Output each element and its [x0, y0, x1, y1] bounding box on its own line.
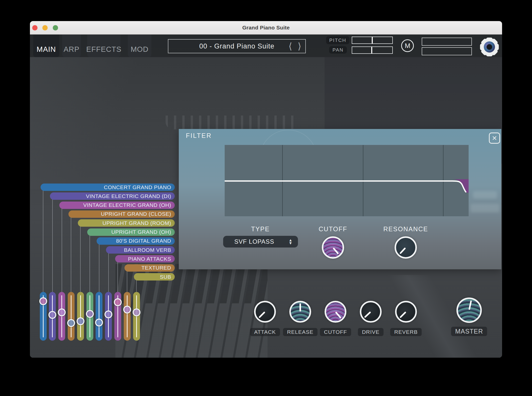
cutoff-label: CUTOFF [319, 225, 347, 233]
layer-pill-ballroom-verb[interactable]: BALLROOM VERB [106, 246, 175, 254]
layer-volume-slider-upright-grand-close-[interactable] [68, 292, 75, 341]
layer-slider-thumb-upright-grand-room-[interactable] [77, 317, 84, 325]
background-highlight [360, 275, 502, 358]
layer-pill-80-s-digital-grand[interactable]: 80'S DIGITAL GRAND [97, 237, 175, 245]
layer-slider-thumb-vintage-electric-grand-di-[interactable] [48, 311, 56, 319]
filter-curve[interactable] [225, 181, 466, 192]
knob-pointer [259, 311, 265, 318]
plugin-window: Grand Piano Suite MAINARPEFFECTSMOD 00 -… [30, 21, 502, 358]
attack-knob[interactable] [254, 301, 276, 323]
layer-slider-thumb-vintage-electric-grand-oh-[interactable] [58, 308, 66, 316]
layer-pill-textured[interactable]: TEXTURED [125, 264, 175, 272]
layer-pill-vintage-electric-grand-oh-[interactable]: VINTAGE ELECTRIC GRAND (OH) [59, 202, 175, 209]
reverb-knob[interactable] [395, 301, 417, 323]
titlebar[interactable]: Grand Piano Suite [30, 21, 502, 35]
layer-pill-upright-grand-room-[interactable]: UPRIGHT GRAND (ROOM) [78, 219, 175, 227]
layer-connector-line [127, 271, 127, 292]
layer-volume-slider-upright-grand-room-[interactable] [77, 292, 84, 341]
reverb-knob-label: REVERB [390, 328, 422, 336]
knob-pointer [335, 311, 342, 319]
layer-connector-line [99, 244, 99, 292]
slider-rail [127, 295, 128, 337]
settings-gear-icon[interactable] [480, 38, 499, 56]
tab-main[interactable]: MAIN [33, 34, 59, 57]
filter-panel: FILTER ✕ TYPE CUTOFF RESONANCE SVF LOPAS… [179, 129, 501, 269]
attack-knob-label: ATTACK [250, 328, 280, 336]
layer-pill-upright-grand-oh-[interactable]: UPRIGHT GRAND (OH) [87, 228, 175, 236]
cutoff-knob[interactable] [325, 301, 346, 323]
layer-connector-line [90, 235, 90, 292]
slider-rail [71, 295, 72, 337]
drive-knob[interactable] [360, 301, 382, 323]
filter-response-graph[interactable] [225, 145, 469, 216]
midi-button[interactable]: M [401, 39, 414, 52]
pitch-slider-handle[interactable] [372, 37, 373, 43]
piano-hammers-background [166, 116, 299, 129]
slider-rail [80, 295, 81, 337]
layer-slider-thumb-piano-attacks[interactable] [114, 298, 122, 306]
layer-connector-line [62, 208, 62, 292]
drive-knob-label: DRIVE [358, 328, 383, 336]
piano-lid-background [30, 57, 172, 189]
tab-mod[interactable]: MOD [128, 34, 151, 57]
pan-slider-handle[interactable] [371, 47, 372, 53]
dropdown-arrows-icon[interactable]: ▲▼ [289, 239, 292, 245]
preset-prev-icon[interactable]: ⟨ [289, 40, 292, 53]
filter-type-dropdown[interactable]: SVF LOPASS ▲▼ [223, 236, 298, 248]
knob-pointer [364, 311, 371, 318]
preset-name: 00 - Grand Piano Suite [199, 42, 275, 50]
layer-pill-sub[interactable]: SUB [134, 273, 175, 280]
knob-pointer [399, 247, 406, 254]
layer-slider-thumb-upright-grand-oh-[interactable] [86, 310, 94, 318]
midi-readout-bottom [422, 47, 472, 55]
layer-pill-concert-grand-piano[interactable]: CONCERT GRAND PIANO [41, 184, 175, 191]
release-knob-label: RELEASE [283, 328, 317, 336]
knob-pointer [468, 300, 472, 310]
layer-connector-line [80, 226, 81, 292]
layer-slider-thumb-textured[interactable] [123, 306, 131, 314]
knob-pointer [299, 303, 301, 311]
pan-slider[interactable] [352, 46, 393, 54]
preset-next-icon[interactable]: ⟩ [298, 40, 301, 53]
release-knob[interactable] [289, 301, 311, 323]
slider-rail [99, 295, 99, 337]
layer-slider-thumb-sub[interactable] [133, 308, 140, 316]
resonance-label: RESONANCE [383, 225, 428, 233]
layer-slider-thumb-concert-grand-piano[interactable] [39, 297, 47, 305]
layer-connector-line [43, 190, 43, 292]
filter-panel-title: FILTER [186, 132, 212, 139]
layer-pill-upright-grand-close-[interactable]: UPRIGHT GRAND (CLOSE) [68, 210, 175, 218]
pitch-slider[interactable] [352, 37, 393, 44]
knob-pointer [400, 311, 406, 318]
layer-pill-piano-attacks[interactable]: PIANO ATTACKS [115, 255, 175, 262]
cutoff-knob-label: CUTOFF [320, 328, 351, 336]
filter-cutoff-knob[interactable] [322, 236, 344, 259]
tab-arp[interactable]: ARP [62, 34, 81, 57]
layer-volume-slider-textured[interactable] [124, 292, 131, 341]
layer-volume-slider-vintage-electric-grand-oh-[interactable] [58, 292, 65, 341]
window-title: Grand Piano Suite [30, 21, 502, 34]
layer-connector-line [136, 280, 137, 292]
filter-close-button[interactable]: ✕ [489, 133, 500, 144]
layer-volume-slider-80-s-digital-grand[interactable] [96, 292, 102, 341]
filter-type-value: SVF LOPASS [234, 238, 289, 245]
pitch-label: PITCH [326, 36, 349, 44]
watermark-text-blur [473, 191, 497, 199]
layer-slider-thumb-ballroom-verb[interactable] [104, 310, 112, 318]
watermark-text-blur [470, 204, 500, 212]
knob-pointer [333, 247, 339, 254]
tab-effects[interactable]: EFFECTS [87, 34, 120, 57]
layer-connector-line [52, 199, 53, 292]
layer-connector-line [71, 217, 71, 292]
layer-connector-line [117, 262, 118, 292]
preset-selector[interactable]: 00 - Grand Piano Suite ⟨ ⟩ [168, 39, 306, 53]
midi-readout-top [422, 38, 472, 46]
layer-connector-line [108, 253, 109, 292]
type-label: TYPE [251, 225, 270, 233]
layer-pill-vintage-electric-grand-di-[interactable]: VINTAGE ELECTRIC GRAND (DI) [50, 192, 175, 200]
master-knob[interactable] [456, 298, 482, 323]
master-knob-label: MASTER [451, 327, 487, 336]
pan-label: PAN [329, 46, 347, 54]
screen: Grand Piano Suite MAINARPEFFECTSMOD 00 -… [0, 0, 532, 396]
filter-resonance-knob[interactable] [395, 236, 417, 259]
